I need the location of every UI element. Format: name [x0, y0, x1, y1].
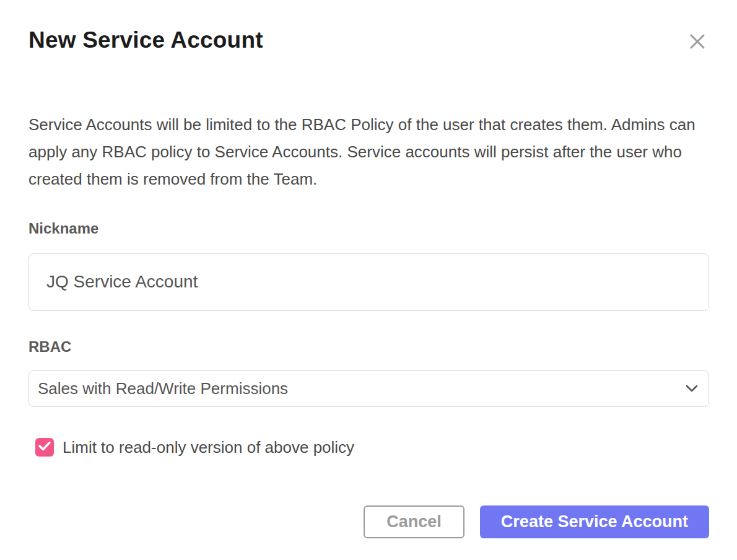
readonly-checkbox[interactable] [35, 438, 54, 457]
checkmark-icon [38, 441, 51, 453]
new-service-account-modal: New Service Account Service Accounts wil… [0, 0, 737, 560]
modal-header: New Service Account [28, 27, 709, 54]
nickname-label: Nickname [28, 220, 709, 237]
modal-title: New Service Account [28, 27, 263, 54]
modal-footer: Cancel Create Service Account [364, 505, 709, 538]
rbac-label: RBAC [28, 338, 709, 356]
close-icon [688, 43, 707, 53]
readonly-checkbox-row[interactable]: Limit to read-only version of above poli… [35, 438, 709, 457]
readonly-checkbox-label: Limit to read-only version of above poli… [63, 438, 354, 457]
cancel-button[interactable]: Cancel [364, 505, 464, 538]
close-button[interactable] [686, 30, 709, 53]
create-service-account-button[interactable]: Create Service Account [480, 505, 709, 538]
nickname-input[interactable] [28, 253, 709, 311]
rbac-select[interactable]: Sales with Read/Write Permissions [28, 370, 709, 407]
rbac-select-wrapper: Sales with Read/Write Permissions [28, 370, 709, 407]
modal-description: Service Accounts will be limited to the … [28, 111, 709, 193]
